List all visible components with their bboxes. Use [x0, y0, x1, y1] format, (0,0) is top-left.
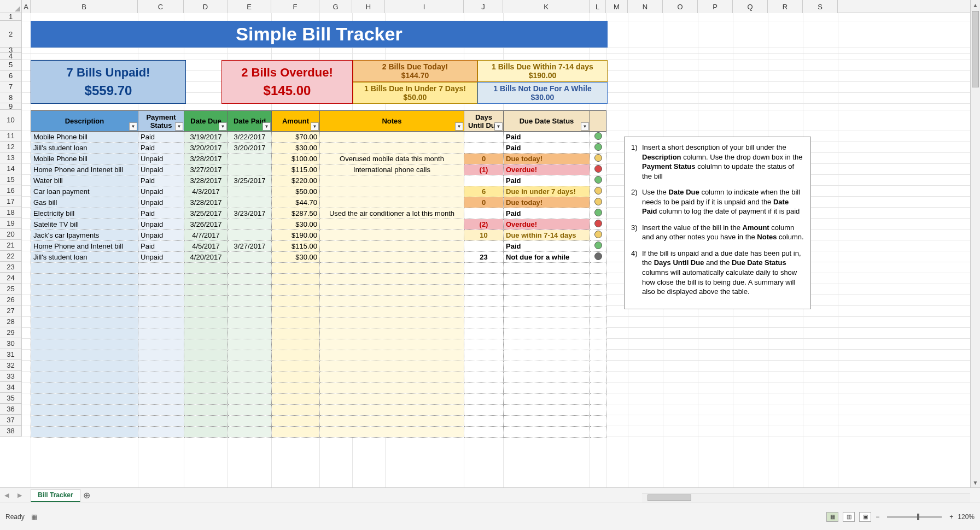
- row-header-17[interactable]: 17: [0, 196, 22, 207]
- cell-due-date-status[interactable]: Paid: [504, 132, 590, 143]
- col-header-P[interactable]: P: [698, 0, 733, 13]
- cell-date-paid[interactable]: 3/25/2017: [228, 175, 272, 186]
- row-header-19[interactable]: 19: [0, 218, 22, 229]
- col-header-K[interactable]: K: [503, 0, 590, 13]
- cell-amount[interactable]: $50.00: [272, 186, 320, 197]
- col-header-Q[interactable]: Q: [733, 0, 768, 13]
- table-row[interactable]: Satelite TV bill Unpaid 3/26/2017 $30.00…: [31, 219, 606, 230]
- filter-icon[interactable]: ▼: [129, 122, 137, 131]
- cell-date-paid[interactable]: [228, 154, 272, 164]
- row-header-14[interactable]: 14: [0, 163, 22, 174]
- cell-date-paid[interactable]: [228, 164, 272, 175]
- col-header-M[interactable]: M: [606, 0, 628, 13]
- row-header-2[interactable]: 2: [0, 21, 22, 48]
- cell-days-until-due[interactable]: [464, 143, 504, 154]
- cell-date-paid[interactable]: [228, 252, 272, 263]
- table-row[interactable]: Water bill Paid 3/28/2017 3/25/2017 $220…: [31, 175, 606, 186]
- tab-nav-next-icon[interactable]: ▶: [13, 488, 26, 503]
- table-row[interactable]: Mobile Phone bill Unpaid 3/28/2017 $100.…: [31, 154, 606, 164]
- cell-description[interactable]: Satelite TV bill: [31, 219, 138, 230]
- row-header-7[interactable]: 7: [0, 81, 22, 92]
- table-row[interactable]: [31, 285, 606, 296]
- table-row[interactable]: Gas bill Unpaid 3/28/2017 $44.70 0 Due t…: [31, 197, 606, 208]
- table-row[interactable]: Home Phone and Intenet bill Unpaid 3/27/…: [31, 164, 606, 175]
- table-row[interactable]: [31, 350, 606, 361]
- cell-amount[interactable]: $115.00: [272, 241, 320, 252]
- th-amount[interactable]: Amount▼: [272, 111, 320, 132]
- table-row[interactable]: [31, 328, 606, 339]
- sheet-tab-active[interactable]: Bill Tracker: [31, 489, 80, 502]
- th-days-until-due[interactable]: Days Until Due▼: [464, 111, 504, 132]
- cell-amount[interactable]: $190.00: [272, 230, 320, 241]
- th-payment-status[interactable]: Payment Status▼: [138, 111, 184, 132]
- row-header-31[interactable]: 31: [0, 349, 22, 360]
- row-header-28[interactable]: 28: [0, 316, 22, 327]
- cell-notes[interactable]: [320, 197, 464, 208]
- row-header-6[interactable]: 6: [0, 70, 22, 81]
- row-header-22[interactable]: 22: [0, 251, 22, 262]
- cell-description[interactable]: Gas bill: [31, 197, 138, 208]
- cell-date-paid[interactable]: 3/22/2017: [228, 132, 272, 143]
- col-header-B[interactable]: B: [31, 0, 138, 13]
- cell-payment-status[interactable]: Paid: [138, 175, 184, 186]
- horizontal-scrollbar[interactable]: [642, 493, 970, 503]
- cell-payment-status[interactable]: Unpaid: [138, 252, 184, 263]
- row-header-15[interactable]: 15: [0, 174, 22, 185]
- scrollbar-thumb[interactable]: [972, 11, 979, 87]
- cell-notes[interactable]: [320, 186, 464, 197]
- row-header-12[interactable]: 12: [0, 142, 22, 152]
- th-indicator[interactable]: [590, 111, 606, 132]
- th-date-paid[interactable]: Date Paid▼: [228, 111, 272, 132]
- view-page-break-icon[interactable]: ▣: [859, 512, 871, 522]
- filter-icon[interactable]: ▼: [219, 122, 227, 131]
- cell-notes[interactable]: [320, 241, 464, 252]
- row-header-36[interactable]: 36: [0, 404, 22, 415]
- row-header-8[interactable]: 8: [0, 92, 22, 103]
- scroll-down-icon[interactable]: ▼: [971, 478, 980, 487]
- col-header-R[interactable]: R: [768, 0, 803, 13]
- cell-notes[interactable]: International phone calls: [320, 164, 464, 175]
- cell-due-date-status[interactable]: Not due for a while: [504, 252, 590, 263]
- cell-notes[interactable]: [320, 230, 464, 241]
- table-row[interactable]: [31, 394, 606, 405]
- cell-days-until-due[interactable]: (1): [464, 164, 504, 175]
- col-header-H[interactable]: H: [352, 0, 385, 13]
- row-header-13[interactable]: 13: [0, 152, 22, 163]
- select-all-corner[interactable]: [0, 0, 22, 13]
- cell-notes[interactable]: Used the air conditioner a lot this mont…: [320, 208, 464, 219]
- cell-date-due[interactable]: 3/27/2017: [184, 164, 228, 175]
- cell-days-until-due[interactable]: 0: [464, 197, 504, 208]
- cell-due-date-status[interactable]: Paid: [504, 143, 590, 154]
- row-header-38[interactable]: 38: [0, 426, 22, 437]
- filter-icon[interactable]: ▼: [494, 122, 503, 131]
- cell-amount[interactable]: $30.00: [272, 252, 320, 263]
- row-header-5[interactable]: 5: [0, 60, 22, 70]
- cell-description[interactable]: Water bill: [31, 175, 138, 186]
- row-header-35[interactable]: 35: [0, 393, 22, 404]
- cell-payment-status[interactable]: Paid: [138, 132, 184, 143]
- table-row[interactable]: [31, 296, 606, 307]
- macro-recorder-icon[interactable]: ▦: [31, 513, 37, 521]
- cell-notes[interactable]: Overused mobile data this month: [320, 154, 464, 164]
- table-row[interactable]: Jill's student loan Paid 3/20/2017 3/20/…: [31, 143, 606, 154]
- cell-notes[interactable]: [320, 219, 464, 230]
- cell-description[interactable]: Jill's student loan: [31, 252, 138, 263]
- cell-date-paid[interactable]: 3/27/2017: [228, 241, 272, 252]
- cell-due-date-status[interactable]: Due in under 7 days!: [504, 186, 590, 197]
- add-sheet-button[interactable]: ⊕: [80, 490, 94, 500]
- cell-days-until-due[interactable]: 6: [464, 186, 504, 197]
- cell-amount[interactable]: $30.00: [272, 143, 320, 154]
- scrollbar-thumb[interactable]: [648, 494, 691, 501]
- cell-date-paid[interactable]: 3/20/2017: [228, 143, 272, 154]
- col-header-G[interactable]: G: [319, 0, 352, 13]
- cell-due-date-status[interactable]: Paid: [504, 175, 590, 186]
- cell-days-until-due[interactable]: [464, 241, 504, 252]
- col-header-E[interactable]: E: [228, 0, 271, 13]
- cell-description[interactable]: Car loan payment: [31, 186, 138, 197]
- cell-amount[interactable]: $100.00: [272, 154, 320, 164]
- filter-icon[interactable]: ▼: [175, 122, 183, 131]
- row-header-32[interactable]: 32: [0, 360, 22, 371]
- view-normal-icon[interactable]: ▦: [826, 512, 838, 522]
- col-header-L[interactable]: L: [590, 0, 606, 13]
- zoom-out-button[interactable]: −: [876, 513, 879, 521]
